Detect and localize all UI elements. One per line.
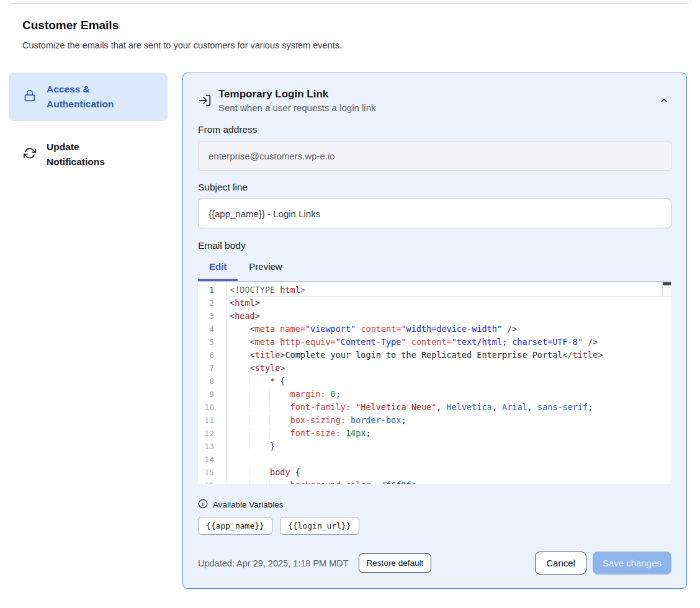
code-line: background-color: #f6f9fc;	[227, 479, 671, 484]
save-changes-button[interactable]: Save changes	[593, 552, 671, 574]
page-header: Customer Emails Customize the emails tha…	[0, 0, 700, 50]
subject-line-field-group: Subject line	[198, 182, 671, 228]
code-line: <meta http-equiv="Content-Type" content=…	[227, 336, 671, 349]
line-number: 6	[198, 349, 226, 362]
line-number: 3	[198, 310, 226, 323]
lock-icon	[24, 89, 36, 104]
code-line: <style>	[227, 362, 671, 375]
from-address-input[interactable]	[198, 141, 671, 171]
line-number: 5	[198, 336, 226, 349]
code-line: <meta name="viewport" content="width=dev…	[227, 323, 671, 336]
line-number: 16	[198, 479, 226, 484]
editor-scrollbar-track[interactable]	[662, 282, 671, 297]
card-subtitle: Sent when a user requests a login link	[218, 102, 375, 113]
line-number: 2	[198, 297, 226, 310]
editor-gutter: 12345678910111213141516	[198, 282, 227, 484]
line-number: 10	[198, 401, 226, 414]
code-editor[interactable]: 12345678910111213141516 <!DOCTYPE html><…	[198, 281, 671, 484]
email-body-tabs: EditPreview	[198, 253, 671, 281]
card-header-text: Temporary Login Link Sent when a user re…	[218, 88, 375, 113]
available-variables-label: Available Variables	[213, 500, 284, 509]
page-description: Customize the emails that are sent to yo…	[22, 40, 678, 50]
card-title: Temporary Login Link	[218, 88, 375, 101]
code-line: * {	[227, 375, 671, 388]
line-number: 1	[198, 284, 226, 297]
restore-default-button[interactable]: Restore default	[359, 553, 432, 573]
line-number: 8	[198, 375, 226, 388]
code-line: body {	[227, 466, 671, 479]
subject-line-label: Subject line	[198, 182, 671, 193]
sidebar-item-label: Access & Authentication	[47, 82, 140, 112]
line-number: 13	[198, 440, 226, 453]
tab-edit[interactable]: Edit	[198, 253, 238, 281]
line-number: 7	[198, 362, 226, 375]
sidebar-item-access-authentication[interactable]: Access & Authentication	[9, 73, 168, 121]
chevron-up-icon	[659, 98, 669, 107]
code-line: font-family: "Helvetica Neue", Helvetica…	[227, 401, 671, 414]
code-line: }	[227, 440, 671, 453]
editor-code: <!DOCTYPE html><html><head> <meta name="…	[227, 282, 671, 484]
email-settings-card: Temporary Login Link Sent when a user re…	[182, 73, 687, 589]
variable-chips: {{app_name}}{{login_url}}	[198, 517, 671, 535]
email-body-label: Email body	[198, 240, 671, 251]
tab-preview[interactable]: Preview	[238, 253, 293, 281]
info-icon	[198, 499, 208, 511]
refresh-icon	[24, 147, 36, 162]
code-line: <title>Complete your login to the Replic…	[227, 349, 671, 362]
line-number: 9	[198, 388, 226, 401]
code-line	[227, 453, 671, 466]
code-line: <html>	[227, 297, 671, 310]
code-line: box-sizing: border-box;	[227, 414, 671, 427]
scrollbar-thumb[interactable]	[663, 282, 671, 285]
previous-card-edge	[7, 0, 692, 4]
subject-line-input[interactable]	[198, 199, 671, 228]
sidebar: Access & AuthenticationUpdate Notificati…	[9, 73, 168, 177]
sidebar-item-update-notifications[interactable]: Update Notifications	[9, 132, 168, 177]
card-footer: Updated: Apr 29, 2025, 1:18 PM MDT Resto…	[198, 552, 671, 574]
variable-chip[interactable]: {{login_url}}	[280, 517, 359, 535]
line-number: 14	[198, 453, 226, 466]
line-number: 11	[198, 414, 226, 427]
log-in-icon	[198, 94, 212, 113]
cancel-button[interactable]: Cancel	[535, 552, 586, 574]
sidebar-item-label: Update Notifications	[47, 140, 140, 169]
from-address-label: From address	[198, 124, 671, 135]
code-line: font-size: 14px;	[227, 427, 671, 440]
line-number: 15	[198, 466, 226, 479]
collapse-button[interactable]	[657, 93, 671, 110]
available-variables-row: Available Variables	[198, 499, 671, 511]
updated-timestamp: Updated: Apr 29, 2025, 1:18 PM MDT	[198, 558, 349, 568]
code-line: <head>	[227, 310, 671, 323]
variable-chip[interactable]: {{app_name}}	[198, 517, 272, 535]
code-line: margin: 0;	[227, 388, 671, 401]
page-title: Customer Emails	[22, 19, 678, 32]
line-number: 4	[198, 323, 226, 336]
line-number: 12	[198, 427, 226, 440]
code-line: <!DOCTYPE html>	[227, 284, 671, 297]
card-header: Temporary Login Link Sent when a user re…	[198, 88, 671, 113]
from-address-field-group: From address	[198, 124, 671, 171]
